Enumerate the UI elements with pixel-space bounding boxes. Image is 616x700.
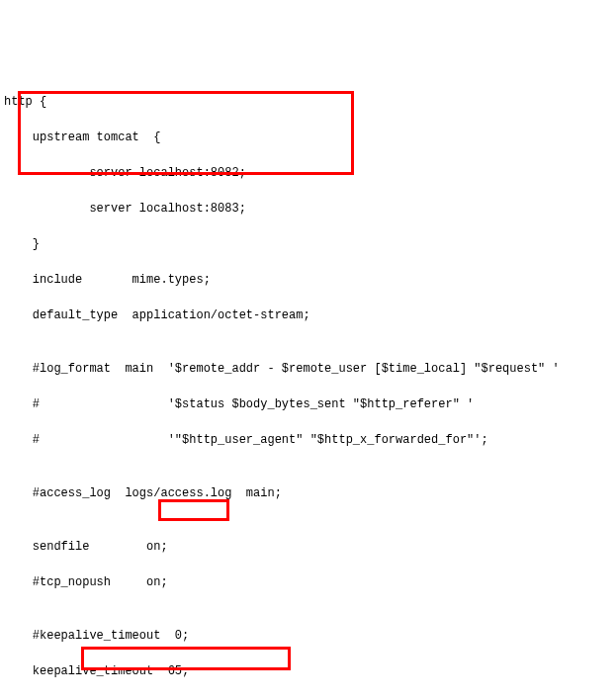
code-line: default_type application/octet-stream; xyxy=(0,306,616,324)
code-line: #keepalive_timeout 0; xyxy=(0,627,616,645)
code-line: } xyxy=(0,235,616,253)
code-line: upstream tomcat { xyxy=(0,129,616,146)
code-line: #log_format main '$remote_addr - $remote… xyxy=(0,360,616,378)
code-line: http { xyxy=(0,93,616,111)
nginx-config-code: http { upstream tomcat { server localhos… xyxy=(0,71,616,700)
code-line: # '$status $body_bytes_sent "$http_refer… xyxy=(0,395,616,413)
annotation-box-listen-port xyxy=(158,499,229,521)
code-line: #access_log logs/access.log main; xyxy=(0,484,616,502)
code-line: server localhost:8082; xyxy=(0,164,616,182)
code-line: server localhost:8083; xyxy=(0,200,616,218)
code-line: #tcp_nopush on; xyxy=(0,573,616,591)
code-line: sendfile on; xyxy=(0,538,616,556)
code-line: # '"$http_user_agent" "$http_x_forwarded… xyxy=(0,431,616,449)
code-line: include mime.types; xyxy=(0,271,616,289)
code-line: keepalive_timeout 65; xyxy=(0,662,616,680)
